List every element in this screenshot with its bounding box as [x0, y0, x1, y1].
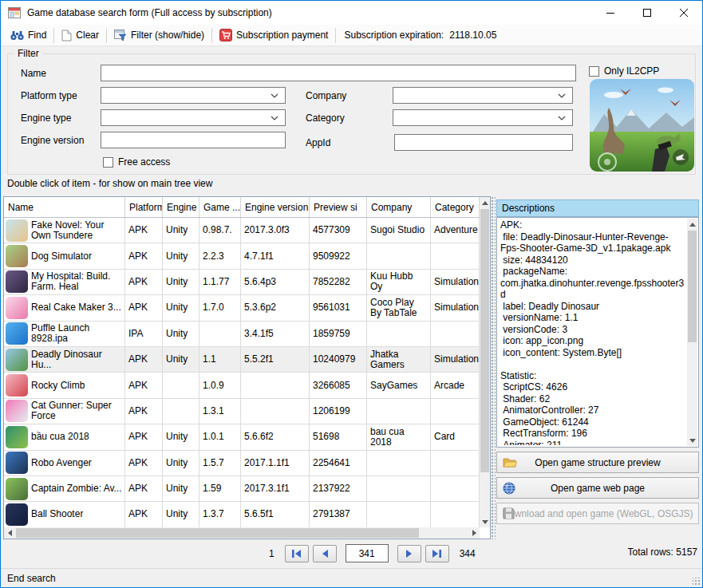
- clear-button[interactable]: Clear: [56, 26, 105, 45]
- first-page-icon: [291, 549, 302, 558]
- toolbar-separator: [335, 28, 336, 43]
- filter-icon: [114, 30, 127, 41]
- game-name: Fake Novel: Your Own Tsundere: [31, 220, 123, 241]
- company-select[interactable]: [393, 87, 573, 104]
- minimize-button[interactable]: [592, 1, 629, 25]
- cell-preview_size: 9561031: [310, 295, 367, 320]
- cell-name: Cat Gunner: Super Force: [4, 399, 125, 424]
- open-structure-label: Open game structure preview: [535, 457, 660, 468]
- cell-engine: Unity: [163, 322, 199, 346]
- cell-platform: APK: [125, 218, 163, 243]
- next-page-button[interactable]: [397, 545, 421, 562]
- table-row[interactable]: Deadly Dinosaur Hu...APKUnity1.15.5.2f11…: [4, 347, 480, 373]
- grid-column-header[interactable]: Category: [431, 197, 480, 217]
- grid-horizontal-scrollbar[interactable]: [4, 527, 480, 539]
- download-open-game-label: Download and open game (WebGL, OSGJS): [502, 508, 693, 519]
- table-row[interactable]: My Hospital: Build. Farm. HealAPKUnity1.…: [4, 270, 480, 295]
- toolbar: Find Clear Filter (show/hide): [1, 25, 702, 46]
- game-preview-image: [590, 79, 694, 172]
- table-row[interactable]: Robo AvengerAPKUnity1.5.72017.1.1f122546…: [4, 451, 480, 476]
- first-page-button[interactable]: [285, 545, 309, 562]
- grid-column-header[interactable]: Game ...: [199, 197, 241, 217]
- cell-company: [367, 502, 431, 527]
- scroll-left-button[interactable]: [4, 527, 15, 539]
- close-icon: [680, 9, 689, 18]
- cell-platform: APK: [125, 476, 163, 501]
- open-structure-button[interactable]: Open game structure preview: [496, 452, 699, 473]
- cell-engine_version: 5.5.2f1: [241, 347, 310, 372]
- checkbox-box: [103, 157, 113, 168]
- scroll-up-button[interactable]: [687, 219, 697, 230]
- title-bar[interactable]: Game database search form (Full access b…: [1, 1, 702, 25]
- table-row[interactable]: bầu cua 2018APKUnity1.0.15.6.6f251698bau…: [4, 424, 480, 450]
- scrollbar-thumb[interactable]: [16, 528, 419, 538]
- scrollbar-thumb[interactable]: [480, 209, 489, 472]
- pagination: 1 344: [263, 544, 482, 562]
- table-row[interactable]: Real Cake Maker 3...APKUnity1.7.05.3.6p2…: [4, 295, 480, 321]
- subscription-payment-button[interactable]: Subscription payment: [214, 26, 334, 45]
- grid-column-header[interactable]: Engine: [163, 197, 199, 217]
- game-icon: [6, 478, 28, 500]
- cell-category: [431, 243, 480, 268]
- table-row[interactable]: Fake Novel: Your Own TsundereAPKUnity0.9…: [4, 218, 480, 243]
- cell-preview_size: 10240979: [310, 347, 367, 372]
- table-row[interactable]: Rocky ClimbAPK1.0.93266085SayGamesArcade: [4, 373, 480, 398]
- panel-splitter[interactable]: [491, 196, 496, 539]
- cell-engine_version: 5.6.5f1: [241, 502, 310, 527]
- close-button[interactable]: [665, 1, 702, 25]
- filter-group-label: Filter: [14, 48, 42, 59]
- maximize-button[interactable]: [629, 1, 665, 25]
- scroll-down-button[interactable]: [480, 516, 490, 527]
- cell-category: Simulation: [431, 270, 480, 294]
- scroll-right-button[interactable]: [468, 527, 480, 539]
- grid-column-header[interactable]: Name: [4, 197, 125, 217]
- free-access-checkbox[interactable]: Free access: [103, 156, 170, 168]
- descriptions-scrollbar[interactable]: [687, 219, 697, 446]
- cell-company: Jhatka Gamers: [367, 347, 431, 372]
- engine-type-select[interactable]: [101, 109, 286, 126]
- game-icon: [6, 297, 28, 319]
- resize-grip[interactable]: [693, 578, 701, 586]
- previous-page-button[interactable]: [313, 545, 337, 562]
- find-button[interactable]: Find: [5, 26, 52, 45]
- scroll-up-button[interactable]: [480, 197, 490, 208]
- table-row[interactable]: Cat Gunner: Super ForceAPK1.3.11206199: [4, 399, 480, 424]
- grid-column-header[interactable]: Company: [367, 197, 431, 217]
- table-row[interactable]: Puffle Launch 8928.ipaIPAUnity3.4.1f5185…: [4, 322, 480, 347]
- engine-version-input[interactable]: [101, 132, 286, 148]
- game-name: Captain Zombie: Av...: [31, 483, 122, 494]
- grid-column-header[interactable]: Platform: [125, 197, 163, 217]
- grid-vertical-scrollbar[interactable]: [480, 197, 490, 527]
- table-row[interactable]: Dog SimulatorAPKUnity2.2.34.7.1f19509922: [4, 243, 480, 269]
- chevron-down-icon: [558, 116, 566, 120]
- open-web-page-button[interactable]: Open game web page: [496, 477, 699, 499]
- cell-platform: APK: [125, 502, 163, 527]
- game-name: Cat Gunner: Super Force: [31, 401, 123, 421]
- table-row[interactable]: Ball ShooterAPKUnity1.3.75.6.5f12791387: [4, 502, 480, 527]
- game-icon: [6, 452, 28, 474]
- name-input[interactable]: [101, 65, 576, 81]
- scrollbar-thumb[interactable]: [688, 231, 697, 342]
- scroll-down-button[interactable]: [687, 435, 697, 446]
- window-title: Game database search form (Full access b…: [27, 7, 272, 18]
- cell-platform: APK: [125, 270, 163, 294]
- cell-category: Simulation: [431, 295, 480, 320]
- cell-engine: Unity: [163, 218, 199, 243]
- category-select[interactable]: [393, 109, 573, 126]
- grid-header-row: NamePlatformEngineGame ...Engine version…: [4, 197, 480, 218]
- filter-toggle-button[interactable]: Filter (show/hide): [109, 26, 210, 45]
- current-page-input[interactable]: [346, 544, 389, 562]
- last-page-button[interactable]: [425, 545, 449, 562]
- cell-game_version: 1.0.9: [199, 373, 241, 397]
- appid-input[interactable]: [394, 134, 573, 151]
- binoculars-icon: [10, 30, 24, 41]
- table-row[interactable]: Captain Zombie: Av...APKUnity1.592017.3.…: [4, 476, 480, 502]
- grid-column-header[interactable]: Preview si: [310, 197, 367, 217]
- only-il2cpp-checkbox[interactable]: Only IL2CPP: [589, 65, 659, 77]
- grid-column-header[interactable]: Engine version: [241, 197, 310, 217]
- platform-type-select[interactable]: [101, 87, 286, 104]
- previous-page-icon: [321, 549, 329, 558]
- cell-category: Simulation: [431, 347, 480, 372]
- cell-engine: [163, 399, 199, 424]
- cell-game_version: 1.1.77: [199, 270, 241, 294]
